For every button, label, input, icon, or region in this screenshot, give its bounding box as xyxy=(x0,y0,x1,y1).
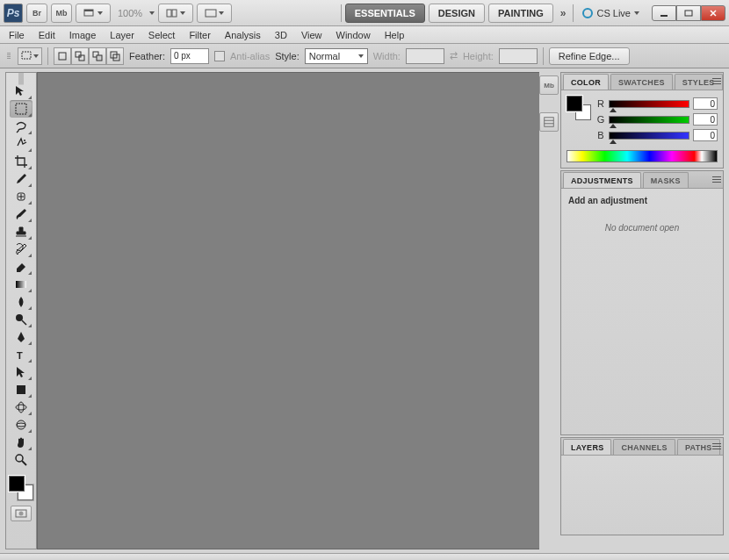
foreground-color[interactable] xyxy=(9,476,25,492)
tool-lasso[interactable] xyxy=(10,118,32,135)
tab-layers[interactable]: LAYERS xyxy=(563,439,611,455)
channel-value[interactable] xyxy=(693,129,718,141)
channel-value[interactable] xyxy=(693,97,718,110)
svg-point-34 xyxy=(19,512,24,516)
selection-intersect[interactable] xyxy=(106,47,124,65)
tool-gradient[interactable] xyxy=(10,276,32,293)
svg-rect-10 xyxy=(59,53,66,60)
menu-edit[interactable]: Edit xyxy=(32,28,62,42)
tab-color[interactable]: COLOR xyxy=(563,74,609,90)
minimize-button[interactable] xyxy=(652,5,676,21)
grip-handle[interactable] xyxy=(5,51,12,61)
tool-blur[interactable] xyxy=(10,293,32,311)
svg-rect-3 xyxy=(172,10,177,17)
tool-stamp[interactable] xyxy=(10,223,32,241)
tool-hand[interactable] xyxy=(10,434,32,451)
current-tool-preset[interactable] xyxy=(18,47,42,65)
tool-move[interactable] xyxy=(10,83,32,100)
chevron-down-icon xyxy=(33,54,39,58)
tool-eraser[interactable] xyxy=(10,258,32,276)
tool-quick-select[interactable] xyxy=(10,135,32,153)
svg-point-28 xyxy=(18,402,24,413)
tab-adjustments[interactable]: ADJUSTMENTS xyxy=(563,172,641,188)
slider-b[interactable]: B xyxy=(596,127,718,143)
workspace-essentials[interactable]: ESSENTIALS xyxy=(345,4,425,23)
tool-marquee[interactable] xyxy=(10,100,32,118)
menu-help[interactable]: Help xyxy=(378,28,412,42)
selection-subtract[interactable] xyxy=(89,47,106,65)
slider-g[interactable]: G xyxy=(596,111,718,127)
panel-menu-button[interactable] xyxy=(709,174,721,184)
tool-zoom[interactable] xyxy=(10,451,32,469)
menu-select[interactable]: Select xyxy=(141,28,183,42)
tool-3d-orbit[interactable] xyxy=(10,416,32,434)
more-workspaces-button[interactable]: » xyxy=(557,7,570,19)
screen-mode-dropdown[interactable] xyxy=(197,4,232,23)
arrange-docs-dropdown[interactable] xyxy=(158,4,193,23)
view-extras-dropdown[interactable] xyxy=(76,4,111,23)
svg-point-31 xyxy=(16,455,23,462)
tool-type[interactable]: T xyxy=(10,346,32,363)
selection-new[interactable] xyxy=(54,47,71,65)
refine-edge-button[interactable]: Refine Edge... xyxy=(549,47,630,65)
spectrum-bar[interactable] xyxy=(567,150,718,162)
quick-mask-button[interactable] xyxy=(11,506,32,521)
slider-track[interactable] xyxy=(609,100,689,108)
zoom-level[interactable]: 100% xyxy=(114,8,146,18)
tool-history-brush[interactable] xyxy=(10,241,32,258)
svg-line-32 xyxy=(22,461,26,465)
tool-pen[interactable] xyxy=(10,328,32,346)
slider-r[interactable]: R xyxy=(596,96,718,111)
close-button[interactable] xyxy=(701,5,725,21)
document-canvas[interactable] xyxy=(37,72,539,549)
menu-3d[interactable]: 3D xyxy=(268,28,294,42)
tab-swatches[interactable]: SWATCHES xyxy=(610,74,673,90)
color-swatches xyxy=(567,96,591,120)
selection-mode-group xyxy=(54,47,124,65)
minibridge-button[interactable]: Mb xyxy=(51,4,72,23)
menu-analysis[interactable]: Analysis xyxy=(218,28,268,42)
tool-path-select[interactable] xyxy=(10,363,32,381)
slider-track[interactable] xyxy=(609,132,689,140)
menu-layer[interactable]: Layer xyxy=(103,28,141,42)
chevron-down-icon[interactable] xyxy=(149,11,155,15)
style-dropdown[interactable]: Normal xyxy=(305,48,368,64)
workspace-design[interactable]: DESIGN xyxy=(429,4,485,23)
workspace-painting[interactable]: PAINTING xyxy=(488,4,553,23)
cslive-button[interactable]: CS Live xyxy=(577,8,645,18)
slider-track[interactable] xyxy=(609,116,689,124)
dock-history-icon[interactable] xyxy=(539,112,559,132)
tool-shape[interactable] xyxy=(10,381,32,398)
right-dock: Mb COLOR SWATCHES STYLES xyxy=(539,72,724,549)
panel-menu-button[interactable] xyxy=(709,75,721,86)
foreground-color[interactable] xyxy=(567,96,582,111)
maximize-button[interactable] xyxy=(676,5,701,21)
menu-view[interactable]: View xyxy=(294,28,329,42)
menu-window[interactable]: Window xyxy=(329,28,378,42)
channel-value[interactable] xyxy=(693,113,718,126)
tool-3d-rotate[interactable] xyxy=(10,398,32,416)
foreground-background-swatches[interactable] xyxy=(9,476,33,500)
panel-menu-button[interactable] xyxy=(709,441,721,451)
tool-healing[interactable] xyxy=(10,188,32,205)
tool-eyedropper[interactable] xyxy=(10,170,32,188)
channel-label: G xyxy=(596,114,605,125)
app-header: Ps Br Mb 100% ESSENTIALS DESIGN PAINTING… xyxy=(0,0,729,26)
feather-input[interactable] xyxy=(170,48,209,64)
bridge-button[interactable]: Br xyxy=(26,4,47,23)
channel-label: B xyxy=(596,130,605,140)
svg-rect-9 xyxy=(22,52,31,59)
tab-channels[interactable]: CHANNELS xyxy=(613,439,675,455)
menu-filter[interactable]: Filter xyxy=(182,28,217,42)
chevron-down-icon xyxy=(358,54,364,58)
selection-add[interactable] xyxy=(71,47,89,65)
height-label: Height: xyxy=(463,51,494,61)
width-input xyxy=(406,48,444,64)
tab-masks[interactable]: MASKS xyxy=(643,172,689,188)
menu-image[interactable]: Image xyxy=(62,28,104,42)
tool-crop[interactable] xyxy=(10,153,32,170)
menu-file[interactable]: File xyxy=(2,28,32,42)
tool-brush[interactable] xyxy=(10,205,32,223)
dock-minibridge-icon[interactable]: Mb xyxy=(539,75,559,95)
tool-dodge[interactable] xyxy=(10,311,32,328)
